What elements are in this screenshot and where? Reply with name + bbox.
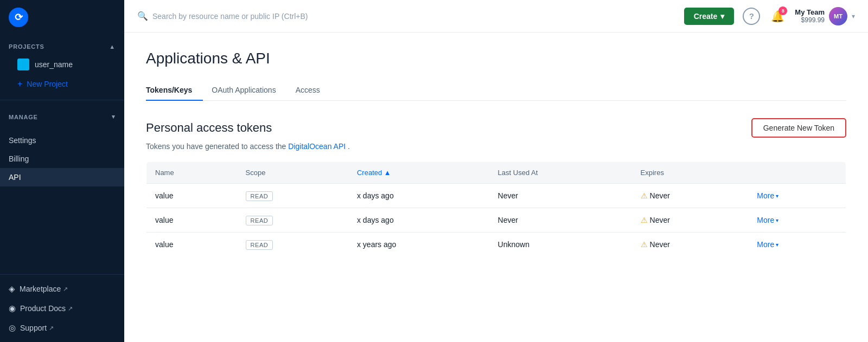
token-name: value [146, 208, 237, 233]
col-expires: Expires [632, 162, 749, 184]
projects-section: PROJECTS ▲ user_name + New Project [0, 35, 124, 95]
user-balance: $999.99 [795, 16, 825, 24]
scope-badge: READ [246, 191, 273, 201]
warning-icon: ⚠ [641, 191, 648, 200]
digitalocean-api-link[interactable]: DigitalOcean API [288, 142, 346, 151]
token-expires: ⚠Never [632, 184, 749, 208]
app-logo: ⟳ [9, 8, 28, 27]
search-bar[interactable]: 🔍 Search by resource name or public IP (… [137, 11, 308, 21]
chevron-up-icon: ▲ [109, 43, 116, 50]
col-last-used: Last Used At [489, 162, 632, 184]
manage-items: Settings Billing API [0, 127, 124, 191]
col-created[interactable]: Created ▲ [348, 162, 489, 184]
search-icon: 🔍 [137, 11, 148, 21]
search-placeholder: Search by resource name or public IP (Ct… [152, 12, 308, 21]
sidebar-item-label: Settings [9, 136, 36, 145]
manage-header[interactable]: MANAGE ▾ [9, 113, 116, 120]
plus-icon: + [17, 79, 22, 89]
token-name: value [146, 184, 237, 208]
token-name: value [146, 233, 237, 257]
section-desc-suffix: . [348, 142, 350, 151]
more-label: More [757, 240, 774, 249]
project-icon [17, 59, 29, 70]
external-link-icon: ↗ [63, 286, 68, 293]
manage-section: MANAGE ▾ [0, 105, 124, 127]
user-name: My Team [795, 8, 825, 16]
section-header: Personal access tokens Generate New Toke… [146, 118, 846, 138]
generate-token-button[interactable]: Generate New Token [751, 118, 846, 138]
more-button[interactable]: More ▾ [757, 216, 837, 224]
new-project-button[interactable]: + New Project [9, 75, 116, 93]
user-menu[interactable]: My Team $999.99 MT ▾ [795, 7, 855, 25]
scope-badge: READ [246, 216, 273, 225]
avatar: MT [829, 7, 847, 25]
token-scope: READ [237, 208, 348, 233]
create-chevron-icon: ▾ [720, 12, 724, 21]
tab-oauth[interactable]: OAuth Applications [212, 80, 286, 101]
sidebar: ⟳ PROJECTS ▲ user_name + New Project MAN… [0, 0, 124, 342]
token-last-used: Unknown [489, 233, 632, 257]
tabs: Tokens/Keys OAuth Applications Access [146, 80, 846, 101]
tab-label: Access [296, 86, 320, 94]
chevron-down-icon: ▾ [776, 242, 778, 248]
sidebar-logo: ⟳ [0, 0, 124, 35]
create-button[interactable]: Create ▾ [684, 8, 735, 25]
sidebar-item-settings[interactable]: Settings [0, 131, 124, 150]
tab-tokens[interactable]: Tokens/Keys [146, 80, 203, 101]
projects-label: PROJECTS [9, 43, 44, 50]
create-label: Create [694, 12, 718, 21]
sidebar-item-label: Product Docs [20, 304, 66, 313]
manage-label: MANAGE [9, 114, 38, 120]
external-link-icon: ↗ [49, 325, 54, 332]
sidebar-item-label: Billing [9, 154, 29, 163]
page-title: Applications & API [146, 50, 846, 67]
tab-access[interactable]: Access [296, 80, 331, 101]
projects-header[interactable]: PROJECTS ▲ [9, 43, 116, 50]
user-text: My Team $999.99 [795, 8, 825, 24]
warning-icon: ⚠ [641, 216, 648, 224]
sidebar-bottom: ◈ Marketplace ↗ ◉ Product Docs ↗ ◎ Suppo… [0, 274, 124, 342]
sidebar-item-api[interactable]: API [0, 168, 124, 186]
more-button[interactable]: More ▾ [757, 191, 837, 200]
sort-arrow-icon: ▲ [384, 169, 391, 177]
external-link-icon: ↗ [68, 305, 73, 312]
token-expires: ⚠Never [632, 233, 749, 257]
col-created-label: Created [357, 169, 382, 177]
sidebar-item-label: user_name [35, 60, 73, 69]
tokens-table: Name Scope Created ▲ Last Used At Expire… [146, 162, 846, 257]
sidebar-item-support[interactable]: ◎ Support ↗ [0, 318, 124, 338]
token-actions: More ▾ [748, 184, 846, 208]
sidebar-item-project[interactable]: user_name [9, 54, 116, 75]
token-scope: READ [237, 184, 348, 208]
token-actions: More ▾ [748, 208, 846, 233]
section-title: Personal access tokens [146, 121, 272, 135]
token-created: x years ago [348, 233, 489, 257]
token-last-used: Never [489, 184, 632, 208]
warning-icon: ⚠ [641, 240, 648, 249]
new-project-label: New Project [27, 80, 67, 88]
sidebar-item-billing[interactable]: Billing [0, 150, 124, 168]
col-scope: Scope [237, 162, 348, 184]
notifications-button[interactable]: 🔔 8 [769, 8, 786, 25]
tab-label: Tokens/Keys [146, 86, 192, 94]
table-header: Name Scope Created ▲ Last Used At Expire… [146, 162, 846, 184]
more-button[interactable]: More ▾ [757, 240, 837, 249]
token-last-used: Never [489, 208, 632, 233]
chevron-down-icon: ▾ [852, 12, 855, 20]
support-icon: ◎ [9, 323, 16, 333]
sidebar-item-marketplace[interactable]: ◈ Marketplace ↗ [0, 279, 124, 299]
token-created: x days ago [348, 208, 489, 233]
col-actions [748, 162, 846, 184]
more-label: More [757, 216, 774, 224]
sidebar-item-label: Marketplace [20, 285, 61, 293]
chevron-down-icon: ▾ [112, 113, 116, 120]
section-desc-prefix: Tokens you have generated to access the [146, 142, 288, 151]
help-button[interactable]: ? [743, 8, 760, 25]
chevron-down-icon: ▾ [776, 217, 778, 223]
more-label: More [757, 191, 774, 200]
table-row: value READ x days ago Never ⚠Never More … [146, 184, 846, 208]
sidebar-item-product-docs[interactable]: ◉ Product Docs ↗ [0, 299, 124, 318]
sidebar-divider [0, 100, 124, 100]
token-expires: ⚠Never [632, 208, 749, 233]
col-name: Name [146, 162, 237, 184]
